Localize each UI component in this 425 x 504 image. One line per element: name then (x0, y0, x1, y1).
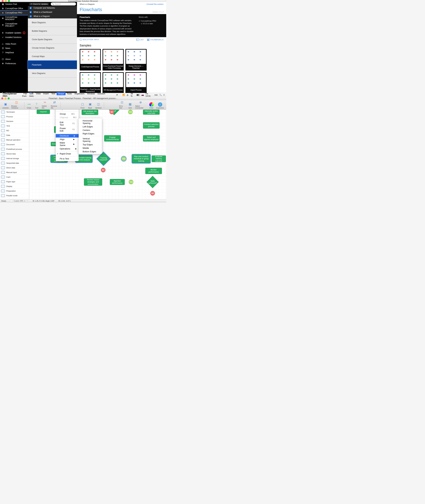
nav-news[interactable]: ☰News (0, 46, 28, 50)
zoom-label[interactable]: Custom 83% ▾ (13, 200, 26, 202)
mi-vertical-spacing[interactable]: Vertical Spacing (79, 137, 102, 143)
mi-group[interactable]: Group⌘G (56, 112, 79, 116)
minimize-icon[interactable] (5, 0, 7, 2)
traffic-lights[interactable] (0, 0, 10, 2)
canvas[interactable]: required Job analysis Job description Em… (29, 110, 166, 199)
tb-color[interactable]: Color (148, 102, 155, 109)
fc-review[interactable]: Review reward strategies and remuneratio… (84, 178, 102, 186)
spotlight-icon[interactable]: 🔍 (159, 94, 162, 96)
shape-no[interactable]: NO (0, 128, 29, 133)
mi-make-same[interactable]: Make Same▶ (56, 141, 79, 147)
cat-dashboard[interactable]: ▶What is a Dashboard (28, 10, 77, 14)
list-tab[interactable]: ≡ LIST (136, 39, 144, 41)
nav-mindmap[interactable]: ❀ConceptDraw MINDMAP (0, 15, 28, 22)
cat-venn[interactable]: Venn Diagrams (28, 69, 77, 78)
tb-reverse-link[interactable]: ⇄Reverse link (50, 100, 59, 109)
fc-internally[interactable]: Internally and/or externally (143, 110, 159, 115)
fc-no-3[interactable]: NO (150, 191, 155, 196)
shape-sequential-data[interactable]: Sequential data (0, 161, 29, 166)
fc-eval[interactable]: Evaluate training outcome (152, 155, 166, 162)
mi-power-edit[interactable]: Power EditF6 (56, 126, 79, 133)
mi-rapid-draw[interactable]: ✓Rapid Draw (56, 152, 79, 155)
mi-operations[interactable]: Operations▶ (56, 147, 79, 151)
sample-card[interactable]: Flowchart — Food Security Assessment (80, 72, 101, 93)
flag-icon[interactable] (141, 94, 144, 96)
mi-align[interactable]: Align▶ (56, 138, 79, 141)
shape-terminator[interactable]: Terminator (0, 110, 29, 114)
tb-select-connected[interactable]: ⊕Select Connected (134, 100, 147, 109)
menu-extra-icon[interactable]: ≡ (163, 94, 165, 96)
shape-menu[interactable]: Ordering▶Rotate & Flip▶Group⌘GUngroup⌘UE… (56, 110, 79, 161)
clock[interactable]: Пн 13:31 (146, 93, 153, 97)
fc-plan[interactable]: Plan and conduct individual or group tra… (132, 154, 150, 163)
mi-top-edges[interactable]: Top Edges (79, 143, 102, 146)
mi-distribute[interactable]: Distribute▶ (56, 134, 79, 138)
window-titlebar[interactable]: ConceptDraw Solution Browser (0, 0, 166, 2)
nav-pro[interactable]: ●ConceptDraw PRO (0, 11, 28, 15)
fc-train-req[interactable]: Training required? (97, 152, 110, 165)
check-updates-button[interactable]: ⟳Check for Updates (29, 3, 49, 5)
cat-circle-spoke[interactable]: Circle-Spoke Diagrams (28, 35, 77, 44)
tb-browse[interactable]: ◫Browse Solutions (10, 100, 23, 109)
menu-shape[interactable]: Shape (57, 92, 66, 95)
sample-card[interactable]: Cross-Functional Flowchart — Order Proce… (103, 49, 124, 71)
fc-skills[interactable]: Skills achieved? (146, 176, 159, 188)
fc-monitor[interactable]: Monitor performance (145, 168, 162, 174)
mi-left-edges[interactable]: Left Edges (79, 125, 102, 128)
nav-helpdesk[interactable]: ?HelpDesk (0, 50, 28, 55)
menu-insert[interactable]: Insert (42, 92, 50, 95)
fc-required[interactable]: required (37, 110, 50, 114)
close-icon[interactable] (1, 97, 3, 99)
tb-identical[interactable]: ◫Identical (94, 102, 102, 109)
shape-stored-data[interactable]: Stored data (0, 152, 29, 156)
doc-titlebar[interactable]: Flowchart - Basic Flowchart Process - Fl… (0, 97, 166, 100)
nav-about[interactable]: ⓘAbout (0, 57, 28, 61)
shape-manual-input[interactable]: Manual input (0, 170, 29, 175)
nav-office[interactable]: ✿ConceptDraw Office (0, 6, 28, 11)
nav-solution-park[interactable]: ▦Solution Park (0, 2, 28, 6)
shape-display[interactable]: Display (0, 184, 29, 189)
cat-computer-networks[interactable]: ▶Computer and Networks (28, 6, 77, 10)
shape-decision[interactable]: Decision (0, 119, 29, 124)
menubar[interactable]: ConceptDraw PRO FileEditViewInsertTextSh… (0, 93, 166, 97)
tb-libraries[interactable]: ▣Libraries (1, 102, 10, 109)
zoom-icon[interactable] (8, 97, 10, 99)
tb-fit-text[interactable]: ⊡Fit to Text (118, 100, 126, 109)
shape-preparation[interactable]: Preparation (0, 189, 29, 193)
nav-installed[interactable]: ✓Installed Solutions (0, 35, 28, 40)
menu-text[interactable]: Text (50, 92, 57, 95)
fc-yes-1[interactable]: YES (128, 110, 133, 114)
sample-card[interactable]: Credit Approval Process (80, 49, 101, 71)
cat-concept-maps[interactable]: Concept Maps (28, 52, 77, 61)
tb-grid[interactable]: ▦Grid (126, 102, 133, 109)
sample-card[interactable]: Import Process (126, 72, 147, 93)
fc-jobdesc[interactable]: Job analysis Job description (82, 110, 98, 115)
cat-flowcharts[interactable]: Flowcharts (28, 61, 77, 69)
zoom-icon[interactable] (8, 0, 10, 2)
mi-fit-to-text[interactable]: Fit to Text (56, 157, 79, 160)
mi-horizontal-spacing[interactable]: Horizontal Spacing (79, 119, 102, 125)
shape-direct-data[interactable]: Direct data (0, 166, 29, 170)
info-tab[interactable]: i SOLUTION INFO (80, 39, 99, 41)
fc-select-appoint[interactable]: Select and appoint employee (143, 135, 159, 141)
nav-video[interactable]: ▷Video Room (0, 42, 28, 46)
shape-library[interactable]: TerminatorProcessDecisionYESNODataManual… (0, 110, 29, 199)
mi-right-edges[interactable]: Right Edges (79, 132, 102, 135)
tb-delete-link[interactable]: ✂Delete link (41, 100, 49, 109)
minimize-icon[interactable] (5, 97, 7, 99)
nav-updates[interactable]: ⬇Available Updates1 (0, 31, 28, 35)
menu-window[interactable]: Window (86, 92, 96, 95)
volume-icon[interactable]: 🔈 (126, 94, 129, 96)
fc-conduct[interactable]: Conduct selection process (143, 122, 159, 129)
shape-internal-storage[interactable]: Internal storage (0, 156, 29, 161)
tb-tree[interactable]: ⊤Tree (33, 102, 40, 109)
traffic-lights[interactable] (0, 97, 10, 99)
uninstall-link[interactable]: Uninstall this solution (146, 3, 164, 5)
mi-rotate-flip[interactable]: Rotate & Flip▶ (56, 110, 79, 111)
fc-yes-3[interactable]: YES (129, 180, 133, 184)
nav-prefs[interactable]: ✻Preferences (0, 61, 28, 66)
fc-appraise[interactable]: Appraise performance (110, 179, 125, 185)
shape-document[interactable]: Document (0, 142, 29, 147)
sync-icon[interactable]: ⟳ (116, 94, 118, 96)
user-label[interactable]: cso (154, 94, 158, 96)
